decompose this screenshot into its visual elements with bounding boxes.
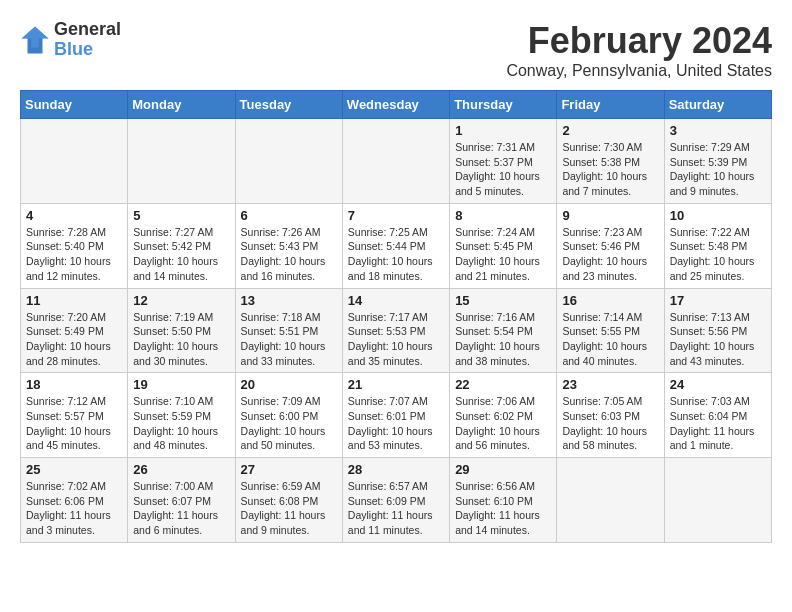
day-number: 6 [241, 208, 337, 223]
day-number: 5 [133, 208, 229, 223]
day-number: 10 [670, 208, 766, 223]
logo-text: General Blue [54, 20, 121, 60]
calendar-day-cell: 28Sunrise: 6:57 AM Sunset: 6:09 PM Dayli… [342, 458, 449, 543]
calendar-day-cell [557, 458, 664, 543]
day-info: Sunrise: 7:00 AM Sunset: 6:07 PM Dayligh… [133, 479, 229, 538]
day-info: Sunrise: 7:16 AM Sunset: 5:54 PM Dayligh… [455, 310, 551, 369]
calendar-day-cell: 27Sunrise: 6:59 AM Sunset: 6:08 PM Dayli… [235, 458, 342, 543]
day-info: Sunrise: 7:17 AM Sunset: 5:53 PM Dayligh… [348, 310, 444, 369]
day-number: 24 [670, 377, 766, 392]
calendar-day-cell: 20Sunrise: 7:09 AM Sunset: 6:00 PM Dayli… [235, 373, 342, 458]
calendar-day-cell: 9Sunrise: 7:23 AM Sunset: 5:46 PM Daylig… [557, 203, 664, 288]
day-info: Sunrise: 7:07 AM Sunset: 6:01 PM Dayligh… [348, 394, 444, 453]
day-info: Sunrise: 7:20 AM Sunset: 5:49 PM Dayligh… [26, 310, 122, 369]
calendar-day-cell: 18Sunrise: 7:12 AM Sunset: 5:57 PM Dayli… [21, 373, 128, 458]
day-info: Sunrise: 7:10 AM Sunset: 5:59 PM Dayligh… [133, 394, 229, 453]
day-of-week-header: Saturday [664, 91, 771, 119]
calendar-week-row: 18Sunrise: 7:12 AM Sunset: 5:57 PM Dayli… [21, 373, 772, 458]
calendar-day-cell: 6Sunrise: 7:26 AM Sunset: 5:43 PM Daylig… [235, 203, 342, 288]
day-number: 19 [133, 377, 229, 392]
calendar-day-cell: 21Sunrise: 7:07 AM Sunset: 6:01 PM Dayli… [342, 373, 449, 458]
calendar-day-cell: 4Sunrise: 7:28 AM Sunset: 5:40 PM Daylig… [21, 203, 128, 288]
day-info: Sunrise: 7:09 AM Sunset: 6:00 PM Dayligh… [241, 394, 337, 453]
logo-icon [20, 25, 50, 55]
day-info: Sunrise: 6:59 AM Sunset: 6:08 PM Dayligh… [241, 479, 337, 538]
day-number: 4 [26, 208, 122, 223]
day-info: Sunrise: 7:12 AM Sunset: 5:57 PM Dayligh… [26, 394, 122, 453]
day-info: Sunrise: 7:27 AM Sunset: 5:42 PM Dayligh… [133, 225, 229, 284]
calendar-week-row: 4Sunrise: 7:28 AM Sunset: 5:40 PM Daylig… [21, 203, 772, 288]
day-number: 21 [348, 377, 444, 392]
day-number: 23 [562, 377, 658, 392]
calendar-day-cell: 26Sunrise: 7:00 AM Sunset: 6:07 PM Dayli… [128, 458, 235, 543]
calendar-day-cell [235, 119, 342, 204]
calendar-day-cell: 16Sunrise: 7:14 AM Sunset: 5:55 PM Dayli… [557, 288, 664, 373]
day-info: Sunrise: 6:57 AM Sunset: 6:09 PM Dayligh… [348, 479, 444, 538]
day-info: Sunrise: 7:28 AM Sunset: 5:40 PM Dayligh… [26, 225, 122, 284]
calendar-day-cell: 19Sunrise: 7:10 AM Sunset: 5:59 PM Dayli… [128, 373, 235, 458]
calendar-day-cell: 22Sunrise: 7:06 AM Sunset: 6:02 PM Dayli… [450, 373, 557, 458]
month-title: February 2024 [506, 20, 772, 62]
calendar-day-cell: 29Sunrise: 6:56 AM Sunset: 6:10 PM Dayli… [450, 458, 557, 543]
day-number: 15 [455, 293, 551, 308]
calendar-day-cell: 3Sunrise: 7:29 AM Sunset: 5:39 PM Daylig… [664, 119, 771, 204]
day-of-week-header: Thursday [450, 91, 557, 119]
day-number: 13 [241, 293, 337, 308]
day-of-week-header: Tuesday [235, 91, 342, 119]
calendar-day-cell [128, 119, 235, 204]
day-info: Sunrise: 7:30 AM Sunset: 5:38 PM Dayligh… [562, 140, 658, 199]
calendar-day-cell: 15Sunrise: 7:16 AM Sunset: 5:54 PM Dayli… [450, 288, 557, 373]
calendar-week-row: 11Sunrise: 7:20 AM Sunset: 5:49 PM Dayli… [21, 288, 772, 373]
day-info: Sunrise: 7:05 AM Sunset: 6:03 PM Dayligh… [562, 394, 658, 453]
calendar-day-cell: 25Sunrise: 7:02 AM Sunset: 6:06 PM Dayli… [21, 458, 128, 543]
day-of-week-header: Monday [128, 91, 235, 119]
day-number: 8 [455, 208, 551, 223]
location-title: Conway, Pennsylvania, United States [506, 62, 772, 80]
day-info: Sunrise: 7:13 AM Sunset: 5:56 PM Dayligh… [670, 310, 766, 369]
calendar-day-cell: 1Sunrise: 7:31 AM Sunset: 5:37 PM Daylig… [450, 119, 557, 204]
day-number: 26 [133, 462, 229, 477]
day-info: Sunrise: 7:25 AM Sunset: 5:44 PM Dayligh… [348, 225, 444, 284]
day-info: Sunrise: 7:26 AM Sunset: 5:43 PM Dayligh… [241, 225, 337, 284]
day-info: Sunrise: 7:29 AM Sunset: 5:39 PM Dayligh… [670, 140, 766, 199]
day-number: 14 [348, 293, 444, 308]
logo-line2: Blue [54, 40, 121, 60]
day-info: Sunrise: 7:06 AM Sunset: 6:02 PM Dayligh… [455, 394, 551, 453]
day-number: 9 [562, 208, 658, 223]
day-info: Sunrise: 7:23 AM Sunset: 5:46 PM Dayligh… [562, 225, 658, 284]
day-number: 25 [26, 462, 122, 477]
day-info: Sunrise: 7:14 AM Sunset: 5:55 PM Dayligh… [562, 310, 658, 369]
day-info: Sunrise: 7:22 AM Sunset: 5:48 PM Dayligh… [670, 225, 766, 284]
day-info: Sunrise: 7:31 AM Sunset: 5:37 PM Dayligh… [455, 140, 551, 199]
day-number: 27 [241, 462, 337, 477]
day-info: Sunrise: 7:02 AM Sunset: 6:06 PM Dayligh… [26, 479, 122, 538]
calendar-day-cell: 2Sunrise: 7:30 AM Sunset: 5:38 PM Daylig… [557, 119, 664, 204]
calendar-day-cell: 14Sunrise: 7:17 AM Sunset: 5:53 PM Dayli… [342, 288, 449, 373]
calendar-day-cell [21, 119, 128, 204]
day-info: Sunrise: 7:03 AM Sunset: 6:04 PM Dayligh… [670, 394, 766, 453]
day-number: 18 [26, 377, 122, 392]
calendar-week-row: 25Sunrise: 7:02 AM Sunset: 6:06 PM Dayli… [21, 458, 772, 543]
day-number: 22 [455, 377, 551, 392]
day-of-week-header: Friday [557, 91, 664, 119]
day-of-week-header: Sunday [21, 91, 128, 119]
title-area: February 2024 Conway, Pennsylvania, Unit… [506, 20, 772, 80]
calendar-day-cell [342, 119, 449, 204]
day-number: 11 [26, 293, 122, 308]
logo: General Blue [20, 20, 121, 60]
day-of-week-header: Wednesday [342, 91, 449, 119]
calendar-day-cell: 8Sunrise: 7:24 AM Sunset: 5:45 PM Daylig… [450, 203, 557, 288]
logo-line1: General [54, 20, 121, 40]
calendar-day-cell: 12Sunrise: 7:19 AM Sunset: 5:50 PM Dayli… [128, 288, 235, 373]
page-header: General Blue February 2024 Conway, Penns… [20, 20, 772, 80]
calendar-day-cell: 5Sunrise: 7:27 AM Sunset: 5:42 PM Daylig… [128, 203, 235, 288]
day-info: Sunrise: 7:24 AM Sunset: 5:45 PM Dayligh… [455, 225, 551, 284]
day-info: Sunrise: 7:18 AM Sunset: 5:51 PM Dayligh… [241, 310, 337, 369]
calendar-day-cell: 11Sunrise: 7:20 AM Sunset: 5:49 PM Dayli… [21, 288, 128, 373]
calendar-day-cell: 13Sunrise: 7:18 AM Sunset: 5:51 PM Dayli… [235, 288, 342, 373]
day-number: 20 [241, 377, 337, 392]
calendar-day-cell: 23Sunrise: 7:05 AM Sunset: 6:03 PM Dayli… [557, 373, 664, 458]
calendar-day-cell: 24Sunrise: 7:03 AM Sunset: 6:04 PM Dayli… [664, 373, 771, 458]
calendar-day-cell: 17Sunrise: 7:13 AM Sunset: 5:56 PM Dayli… [664, 288, 771, 373]
calendar-day-cell: 7Sunrise: 7:25 AM Sunset: 5:44 PM Daylig… [342, 203, 449, 288]
